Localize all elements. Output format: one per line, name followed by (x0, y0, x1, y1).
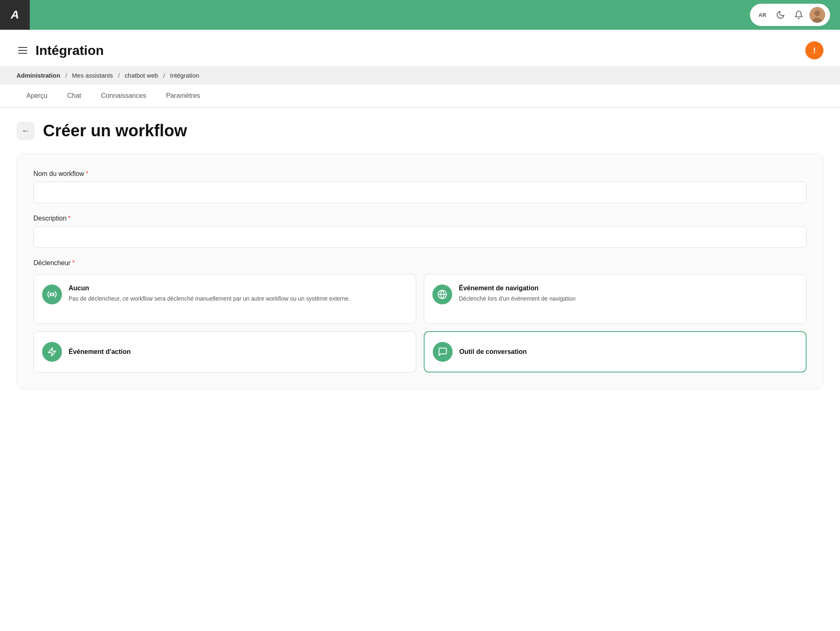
main-container: Intégration ! Administration / Mes assis… (0, 30, 840, 631)
logo-area[interactable]: A (0, 0, 30, 30)
dark-mode-icon[interactable] (773, 7, 788, 22)
workflow-name-label: Nom du workflow * (33, 170, 807, 178)
page-title: Intégration (36, 43, 104, 58)
svg-point-1 (814, 10, 820, 16)
workflow-header: ← Créer un workflow (0, 108, 840, 143)
workflow-description-label: Description * (33, 215, 807, 222)
breadcrumb-item-0[interactable]: Administration (17, 72, 60, 79)
trigger-card-aucun[interactable]: Aucun Pas de déclencheur, ce workflow se… (33, 274, 416, 324)
tabs-bar: Aperçu Chat Connaissances Paramètres (0, 85, 840, 108)
tab-parametres[interactable]: Paramètres (156, 85, 210, 108)
trigger-icon-navigation (432, 285, 452, 304)
page-header: Intégration ! (0, 30, 840, 66)
hamburger-button[interactable] (17, 45, 29, 55)
trigger-grid-bottom: Événement d'action Outil de conversation (33, 331, 807, 372)
trigger-required-star: * (72, 259, 75, 267)
trigger-section: Déclencheur * Aucun Pas (33, 259, 807, 372)
back-button[interactable]: ← (17, 122, 35, 140)
svg-marker-6 (48, 348, 56, 356)
translate-icon[interactable]: AR (755, 7, 770, 22)
breadcrumb-item-3: Intégration (170, 72, 199, 79)
trigger-name-action: Événement d'action (69, 348, 131, 356)
form-card: Nom du workflow * Description * Déclench… (17, 153, 823, 389)
top-bar: A AR (0, 0, 840, 30)
workflow-title: Créer un workflow (43, 121, 187, 140)
trigger-info-aucun: Aucun Pas de déclencheur, ce workflow se… (69, 285, 408, 303)
breadcrumb-sep-0: / (65, 72, 67, 79)
trigger-grid-top: Aucun Pas de déclencheur, ce workflow se… (33, 274, 807, 324)
trigger-desc-navigation: Déclenché lors d'un événement de navigat… (459, 294, 798, 303)
tab-chat[interactable]: Chat (57, 85, 91, 108)
page-header-left: Intégration (17, 43, 104, 58)
trigger-desc-aucun: Pas de déclencheur, ce workflow sera déc… (69, 294, 408, 303)
trigger-name-aucun: Aucun (69, 285, 408, 292)
tab-apercu[interactable]: Aperçu (17, 85, 57, 108)
breadcrumb-sep-2: / (163, 72, 165, 79)
back-arrow-icon: ← (21, 126, 30, 135)
breadcrumb-sep-1: / (118, 72, 120, 79)
workflow-name-field: Nom du workflow * (33, 170, 807, 203)
breadcrumb-item-1[interactable]: Mes assistants (72, 72, 113, 79)
trigger-card-conversation[interactable]: Outil de conversation (424, 331, 807, 372)
trigger-label: Déclencheur * (33, 259, 807, 267)
trigger-card-action[interactable]: Événement d'action (33, 331, 416, 372)
bell-icon[interactable] (791, 7, 806, 22)
trigger-icon-aucun (42, 285, 62, 304)
trigger-info-navigation: Événement de navigation Déclenché lors d… (459, 285, 798, 303)
avatar[interactable] (809, 7, 825, 23)
name-required-star: * (86, 170, 88, 178)
workflow-description-field: Description * (33, 215, 807, 248)
trigger-card-navigation[interactable]: Événement de navigation Déclenché lors d… (424, 274, 807, 324)
trigger-icon-conversation (433, 342, 453, 362)
desc-required-star: * (68, 215, 71, 222)
alert-icon: ! (813, 46, 816, 55)
svg-point-3 (51, 293, 53, 296)
trigger-name-navigation: Événement de navigation (459, 285, 798, 292)
tab-connaissances[interactable]: Connaissances (91, 85, 156, 108)
breadcrumb-item-2[interactable]: chatbot web (125, 72, 158, 79)
breadcrumb: Administration / Mes assistants / chatbo… (0, 66, 840, 85)
trigger-name-conversation: Outil de conversation (459, 348, 527, 356)
top-bar-right: AR (750, 4, 830, 26)
workflow-name-input[interactable] (33, 182, 807, 203)
logo-icon: A (11, 8, 19, 21)
workflow-description-input[interactable] (33, 226, 807, 248)
trigger-icon-action (42, 342, 62, 362)
alert-button[interactable]: ! (805, 41, 823, 59)
